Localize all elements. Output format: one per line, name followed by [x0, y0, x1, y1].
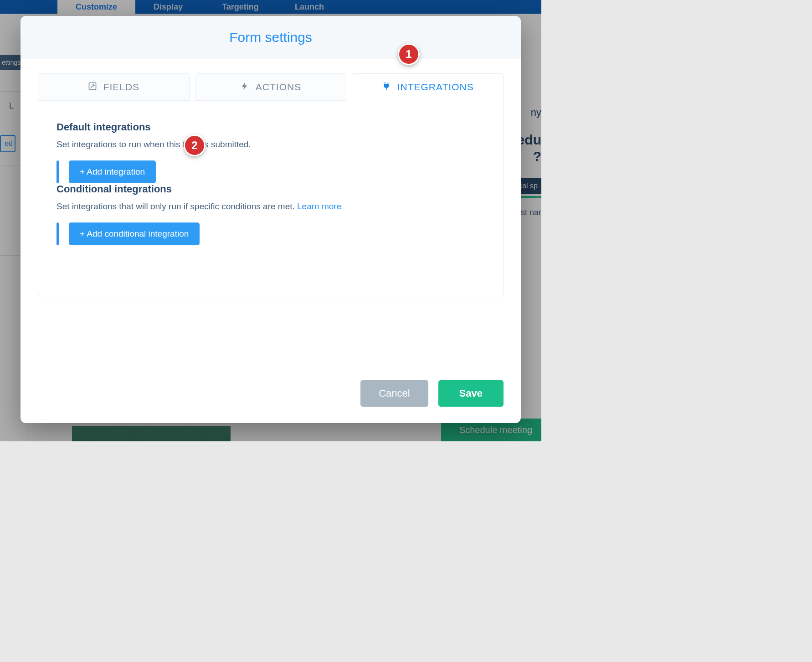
tab-actions[interactable]: ACTIONS: [195, 73, 347, 101]
callout-badge-2: 2: [184, 134, 206, 156]
add-integration-button[interactable]: + Add integration: [69, 160, 156, 183]
accent-bar: [57, 222, 59, 245]
accent-bar: [57, 160, 59, 183]
lightning-icon: [240, 82, 249, 93]
save-button[interactable]: Save: [438, 380, 504, 407]
modal-title: Form settings: [21, 30, 521, 45]
tab-fields[interactable]: FIELDS: [38, 73, 190, 101]
form-settings-modal: Form settings FIELDS ACTIONS INTEGRATION…: [21, 16, 521, 423]
add-conditional-integration-button[interactable]: + Add conditional integration: [69, 222, 200, 245]
conditional-integrations-section: Conditional integrations Set integration…: [57, 183, 485, 245]
modal-footer: Cancel Save: [21, 367, 521, 423]
tab-fields-label: FIELDS: [103, 82, 140, 93]
cancel-button[interactable]: Cancel: [360, 380, 428, 407]
conditional-desc-text: Set integrations that will only run if s…: [57, 202, 297, 211]
tab-content-integrations: Default integrations Set integrations to…: [38, 100, 504, 296]
default-integrations-desc: Set integrations to run when this form i…: [57, 140, 485, 150]
tab-integrations-label: INTEGRATIONS: [397, 82, 474, 93]
tab-integrations[interactable]: INTEGRATIONS: [352, 73, 504, 101]
modal-header: Form settings: [21, 16, 521, 59]
conditional-integrations-desc: Set integrations that will only run if s…: [57, 202, 485, 212]
tab-strip: FIELDS ACTIONS INTEGRATIONS: [38, 73, 504, 101]
default-integrations-title: Default integrations: [57, 121, 485, 133]
tab-actions-label: ACTIONS: [256, 82, 301, 93]
callout-badge-1: 1: [398, 43, 420, 65]
conditional-integrations-title: Conditional integrations: [57, 183, 485, 195]
modal-body: FIELDS ACTIONS INTEGRATIONS Default inte…: [21, 59, 521, 367]
plug-icon: [382, 82, 391, 93]
edit-icon: [88, 82, 97, 93]
default-integrations-section: Default integrations Set integrations to…: [57, 121, 485, 183]
learn-more-link[interactable]: Learn more: [297, 202, 341, 211]
